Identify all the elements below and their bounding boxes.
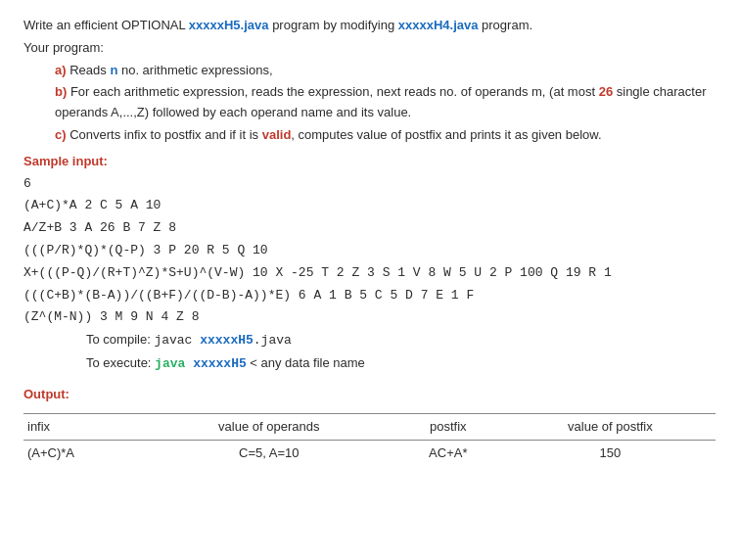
sample-line-3: (((P/R)*Q)*(Q-P) 3 P 20 R 5 Q 10	[23, 241, 716, 261]
item-c-text1: Converts infix to postfix and if it is	[67, 127, 262, 142]
item-c-valid: valid	[262, 127, 292, 142]
sample-input-label: Sample input:	[23, 152, 716, 172]
table-body: (A+C)*A C=5, A=10 AC+A* 150	[23, 441, 716, 467]
execute-cmd-plain: java	[155, 356, 193, 371]
row-value: 150	[505, 441, 716, 467]
compile-cmd-plain: javac	[154, 333, 200, 348]
item-b-label: b)	[55, 84, 67, 99]
intro-suffix: program.	[478, 18, 532, 32]
col-value: value of postfix	[505, 413, 716, 441]
sample-line-6: (Z^(M-N)) 3 M 9 N 4 Z 8	[23, 307, 716, 328]
compile-cmd-suffix: .java	[254, 333, 292, 348]
item-c-text2: , computes value of postfix and prints i…	[291, 127, 601, 142]
your-program: Your program:	[23, 38, 716, 59]
item-a-rest: no. arithmetic expressions,	[117, 63, 272, 77]
sample-line-2: A/Z+B 3 A 26 B 7 Z 8	[23, 218, 716, 239]
item-a-label: a)	[55, 63, 67, 77]
table-header-row: infix value of operands postfix value of…	[23, 413, 716, 441]
output-table-container: infix value of operands postfix value of…	[23, 413, 716, 468]
item-b: b) For each arithmetic expression, reads…	[23, 82, 716, 123]
col-postfix: postfix	[392, 413, 505, 441]
output-table: infix value of operands postfix value of…	[23, 413, 716, 468]
item-a: a) Reads n no. arithmetic expressions,	[23, 61, 716, 81]
item-c-label: c)	[55, 127, 67, 142]
execute-line: To execute: java xxxxxH5 < any data file…	[23, 353, 716, 375]
item-b-26: 26	[599, 84, 613, 99]
item-c: c) Converts infix to postfix and if it i…	[23, 125, 716, 146]
execute-label: To execute:	[86, 355, 155, 370]
filename1: xxxxxH5.java	[189, 18, 269, 32]
intro-middle: program by modifying	[269, 18, 398, 32]
col-infix: infix	[23, 413, 147, 441]
compile-line: To compile: javac xxxxxH5.java	[23, 330, 716, 351]
col-operands: value of operands	[147, 413, 392, 441]
sample-line-4: X+(((P-Q)/(R+T)^Z)*S+U)^(V-W) 10 X -25 T…	[23, 263, 716, 284]
intro-prefix: Write an efficient OPTIONAL	[23, 18, 189, 32]
execute-cmd-italic: xxxxxH5	[193, 356, 247, 371]
item-b-text1: For each arithmetic expression, reads th…	[67, 84, 598, 99]
sample-line-5: (((C+B)*(B-A))/((B+F)/((D-B)-A))*E) 6 A …	[23, 286, 716, 306]
table-header: infix value of operands postfix value of…	[23, 413, 716, 441]
compile-cmd-italic: xxxxxH5	[200, 333, 254, 348]
row-operands: C=5, A=10	[147, 441, 392, 467]
sample-line-1: (A+C)*A 2 C 5 A 10	[23, 196, 716, 216]
row-infix: (A+C)*A	[23, 441, 147, 467]
row-postfix: AC+A*	[392, 441, 505, 467]
filename2: xxxxxH4.java	[398, 18, 479, 32]
table-row: (A+C)*A C=5, A=10 AC+A* 150	[23, 441, 716, 467]
execute-cmd-suffix: < any data file name	[247, 355, 365, 370]
output-label: Output:	[23, 385, 716, 405]
intro-line1: Write an efficient OPTIONAL xxxxxH5.java…	[23, 16, 716, 36]
compile-label: To compile:	[86, 332, 154, 347]
item-a-text: Reads	[67, 63, 111, 77]
main-content: Write an efficient OPTIONAL xxxxxH5.java…	[23, 16, 716, 467]
sample-line-0: 6	[23, 174, 716, 195]
